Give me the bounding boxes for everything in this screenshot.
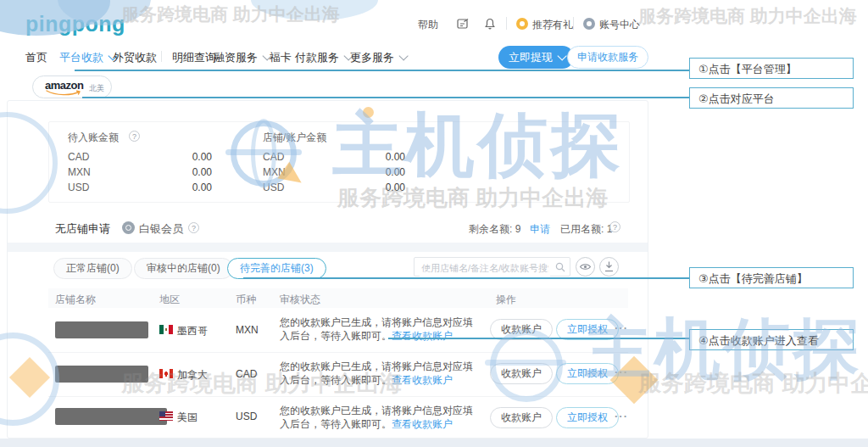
more-actions-button[interactable]: ··· [615,366,628,378]
currency-amount: 0.00 [320,151,405,163]
apply-collection-service-button[interactable]: 申请收款服务 [567,46,648,69]
annotation-box-4: ④点击收款账户进入查看 [689,329,854,350]
help-question-icon[interactable] [609,221,620,232]
header-divider [506,17,507,30]
currency-label: MXN [68,166,91,178]
annotation-box-1: ①点击【平台管理】 [689,58,854,79]
currency-code: CAD [236,368,257,380]
referral-link[interactable]: 推荐有礼 [532,18,573,32]
tab-normal-stores[interactable]: 正常店铺(0) [53,258,132,279]
view-collection-account-link[interactable]: 查看收款账户 [392,330,453,342]
nav-item-fuka[interactable]: 福卡 [270,50,292,65]
watermark-tagline: 服务跨境电商 助力中企出海 [638,4,857,28]
currency-code: USD [236,411,257,422]
store-account-amount-title: 店铺/账户金额 [263,131,326,145]
flag-mexico-icon [159,325,173,334]
help-question-icon[interactable] [129,131,140,142]
pingpong-logo[interactable]: pingpong [25,12,125,36]
pending-amount-title: 待入账金额 [68,131,119,145]
currency-amount: 0.00 [320,166,405,178]
help-link[interactable]: 帮助 [418,18,438,32]
region-label: 加拿大 [177,368,208,383]
nav-item-foreign-trade[interactable]: 外贸收款 [113,50,157,65]
download-button[interactable] [599,257,619,277]
nav-item-details-query[interactable]: 明细查询 [172,50,216,65]
currency-amount: 0.00 [320,182,405,193]
review-status-text: 您的收款账户已生成，请将账户信息对应填入后台，等待入账即可。查看收款账户 [280,404,481,431]
authorize-now-button[interactable]: 立即授权 [556,407,619,428]
watermark-tagline: 服务跨境电商 助力中企出海 [121,3,340,26]
currency-label: MXN [263,166,286,178]
section-divider-band [8,243,648,252]
nav-item-more-services[interactable]: 更多服务 [350,50,405,65]
nav-item-platform-collection[interactable]: 平台收款 [59,50,114,65]
nav-item-home[interactable]: 首页 [25,50,47,65]
amazon-smile-icon [46,90,83,96]
apply-quota-link[interactable]: 申请 [530,222,550,237]
referral-gift-icon [516,18,528,30]
table-row: 美国 USD 您的收款账户已生成，请将账户信息对应填入后台，等待入账即可。查看收… [48,396,628,438]
currency-code: MXN [236,324,259,336]
view-collection-account-link[interactable]: 查看收款账户 [392,418,453,430]
column-header-actions: 操作 [496,293,516,307]
remaining-quota-count: 9 [515,223,521,235]
redacted-store-name [55,408,167,425]
account-avatar-icon [583,18,595,30]
search-icon [555,262,565,272]
column-header-region: 地区 [159,293,180,307]
amazon-region-label: 北美 [89,83,104,94]
annotation-box-2: ②点击对应平台 [689,87,854,109]
platform-tab-amazon-na[interactable]: amazon 北美 [32,75,112,98]
more-actions-button[interactable]: ··· [615,321,628,334]
region-label: 墨西哥 [177,324,208,338]
table-header-row: 店铺名称 地区 币种 审核状态 操作 [48,288,628,308]
currency-label: USD [263,182,284,193]
region-label: 美国 [177,411,198,425]
column-header-currency: 币种 [236,293,256,307]
table-row: 加拿大 CAD 您的收款账户已生成，请将账户信息对应填入后台，等待入账即可。查看… [48,352,628,397]
nav-divider [161,51,162,62]
more-actions-button[interactable]: ··· [615,410,628,422]
watermark-cloud-shape [251,0,378,20]
currency-amount: 0.00 [127,166,212,178]
download-icon [604,261,614,272]
view-collection-account-link[interactable]: 查看收款账户 [392,374,453,386]
chevron-down-icon [398,51,408,60]
silver-member-label: 白银会员 [139,221,183,237]
toggle-visibility-button[interactable] [576,257,595,277]
survey-edit-icon[interactable] [456,17,470,31]
nav-item-payment-service[interactable]: 付款服务 [295,50,350,65]
flag-usa-icon [159,411,173,421]
no-store-application-label: 无店铺申请 [55,221,110,237]
collection-account-button[interactable]: 收款账户 [490,407,553,428]
flag-canada-icon [159,369,173,378]
help-question-icon[interactable] [188,222,199,233]
tab-under-review-stores[interactable]: 审核中的店铺(0) [134,258,233,279]
redacted-store-name [55,366,148,383]
collection-account-button[interactable]: 收款账户 [490,363,553,384]
authorize-now-button[interactable]: 立即授权 [556,363,619,384]
currency-label: CAD [263,151,284,163]
account-center-link[interactable]: 账号中心 [599,18,640,32]
watermark-tagline: 服务跨境电商 助力中企出海 [638,368,868,399]
nav-item-financing[interactable]: 融资服务 [214,50,269,65]
review-status-text: 您的收款账户已生成，请将账户信息对应填入后台，等待入账即可。查看收款账户 [280,360,481,387]
withdraw-now-button[interactable]: 立即提现 [498,46,574,69]
currency-amount: 0.00 [127,182,212,193]
annotation-box-3: ③点击【待完善店铺】 [689,267,854,288]
chevron-down-icon [557,51,566,60]
eye-icon [580,263,591,271]
column-header-review-status: 审核状态 [280,293,320,307]
annotation-line-2 [82,97,689,98]
remaining-quota-label: 剩余名额: 9 [469,222,520,237]
bottom-background-strip [0,439,868,447]
notification-bell-icon[interactable] [483,17,497,31]
column-header-store-name: 店铺名称 [55,293,96,307]
store-search-box [414,257,570,277]
annotation-line-1 [75,70,689,71]
annotation-line-4 [388,338,689,339]
header-divider [573,17,574,30]
tab-to-complete-stores[interactable]: 待完善的店铺(3) [227,258,326,279]
store-search-input[interactable] [420,259,550,277]
annotation-line-3 [243,277,689,279]
